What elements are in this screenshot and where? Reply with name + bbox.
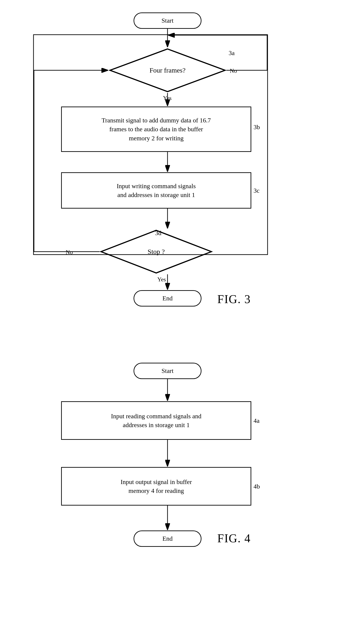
fig3-box1: Transmit signal to add dummy data of 16.…	[61, 107, 251, 152]
fig3-yes1-label: Yes	[163, 95, 172, 102]
fig3-box1-label: Transmit signal to add dummy data of 16.…	[98, 114, 215, 145]
fig4-start-label: Start	[158, 364, 178, 377]
fig3-start: Start	[134, 13, 202, 29]
fig3-start-label: Start	[158, 14, 178, 27]
fig3-no1-label: No	[230, 68, 237, 74]
fig4-start: Start	[134, 363, 202, 379]
fig3-yes2-label: Yes	[157, 276, 166, 283]
fig4-box2-label: Input output signal in buffer memory 4 f…	[116, 475, 196, 497]
fig3-box1-ref: 3b	[254, 124, 260, 131]
fig4-box1-ref: 4a	[254, 417, 260, 425]
fig4-box1-label: Input reading command signals and addres…	[107, 409, 206, 432]
fig3-diamond1-ref: 3a	[229, 49, 234, 57]
fig3-box2: Input writing command signals and addres…	[61, 172, 251, 208]
fig3-diamond2-ref: 3d	[155, 230, 162, 237]
fig4-box2: Input output signal in buffer memory 4 f…	[61, 467, 251, 506]
fig3-box2-label: Input writing command signals and addres…	[112, 179, 200, 201]
fig4-box2-ref: 4b	[254, 483, 260, 490]
fig4-end: End	[134, 530, 202, 547]
fig3-title: FIG. 3	[217, 292, 251, 306]
fig3-diamond1: Four frames?	[109, 48, 226, 93]
fig3-diamond2-label: Stop ?	[148, 248, 165, 256]
fig4-box1: Input reading command signals and addres…	[61, 401, 251, 440]
diagram-container: Start Four frames? 3a No Yes Transmit si…	[0, 0, 364, 635]
fig3-end: End	[134, 290, 202, 307]
fig3-diamond1-label: Four frames?	[150, 66, 186, 74]
fig4-end-label: End	[158, 532, 176, 545]
fig4-title: FIG. 4	[217, 532, 251, 545]
fig3-end-label: End	[158, 292, 176, 305]
fig3-box2-ref: 3c	[254, 187, 260, 194]
fig3-no2-label: No	[66, 249, 73, 256]
